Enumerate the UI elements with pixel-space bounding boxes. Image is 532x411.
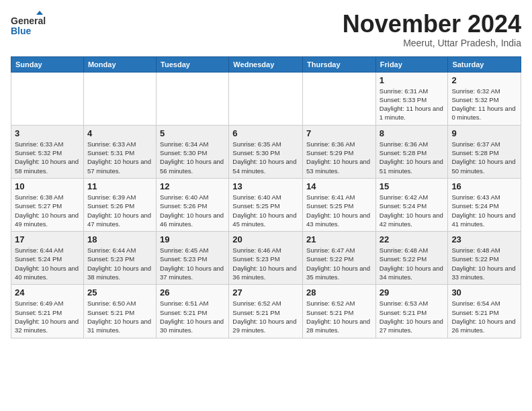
day-cell: 14Sunrise: 6:41 AM Sunset: 5:25 PM Dayli… [303, 178, 376, 231]
day-info: Sunrise: 6:53 AM Sunset: 5:21 PM Dayligh… [380, 299, 445, 334]
day-number: 26 [160, 287, 225, 298]
logo: General Blue [11, 11, 46, 40]
day-cell: 27Sunrise: 6:52 AM Sunset: 5:21 PM Dayli… [229, 285, 303, 338]
page: General Blue November 2024 Meerut, Uttar… [0, 0, 532, 349]
day-info: Sunrise: 6:54 AM Sunset: 5:21 PM Dayligh… [451, 299, 517, 334]
day-info: Sunrise: 6:36 AM Sunset: 5:29 PM Dayligh… [306, 140, 372, 175]
col-header-wednesday: Wednesday [229, 56, 303, 72]
day-info: Sunrise: 6:42 AM Sunset: 5:24 PM Dayligh… [380, 193, 445, 228]
day-info: Sunrise: 6:49 AM Sunset: 5:21 PM Dayligh… [15, 299, 80, 334]
day-number: 17 [15, 234, 80, 244]
calendar-header: SundayMondayTuesdayWednesdayThursdayFrid… [11, 56, 521, 72]
svg-text:Blue: Blue [11, 26, 32, 36]
day-number: 30 [451, 287, 517, 298]
day-cell: 4Sunrise: 6:33 AM Sunset: 5:31 PM Daylig… [83, 125, 156, 178]
day-info: Sunrise: 6:33 AM Sunset: 5:32 PM Dayligh… [15, 140, 80, 175]
subtitle: Meerut, Uttar Pradesh, India [343, 38, 521, 48]
day-number: 4 [87, 128, 152, 138]
day-cell: 25Sunrise: 6:50 AM Sunset: 5:21 PM Dayli… [83, 285, 156, 338]
day-number: 11 [87, 181, 152, 191]
day-cell: 13Sunrise: 6:40 AM Sunset: 5:25 PM Dayli… [229, 178, 303, 231]
title-block: November 2024 Meerut, Uttar Pradesh, Ind… [343, 11, 521, 48]
day-cell: 6Sunrise: 6:35 AM Sunset: 5:30 PM Daylig… [229, 125, 303, 178]
day-info: Sunrise: 6:39 AM Sunset: 5:26 PM Dayligh… [87, 193, 152, 228]
day-number: 14 [306, 181, 372, 191]
day-cell: 10Sunrise: 6:38 AM Sunset: 5:27 PM Dayli… [11, 178, 84, 231]
header-row: SundayMondayTuesdayWednesdayThursdayFrid… [11, 56, 521, 72]
day-number: 9 [451, 128, 517, 138]
day-cell [11, 72, 84, 125]
day-cell: 24Sunrise: 6:49 AM Sunset: 5:21 PM Dayli… [11, 285, 84, 338]
day-info: Sunrise: 6:38 AM Sunset: 5:27 PM Dayligh… [15, 193, 80, 228]
day-cell: 28Sunrise: 6:52 AM Sunset: 5:21 PM Dayli… [303, 285, 376, 338]
day-cell: 9Sunrise: 6:37 AM Sunset: 5:28 PM Daylig… [448, 125, 521, 178]
week-row-4: 24Sunrise: 6:49 AM Sunset: 5:21 PM Dayli… [11, 285, 521, 338]
day-cell [229, 72, 303, 125]
day-cell: 2Sunrise: 6:32 AM Sunset: 5:32 PM Daylig… [448, 72, 521, 125]
week-row-3: 17Sunrise: 6:44 AM Sunset: 5:24 PM Dayli… [11, 232, 521, 285]
day-cell: 29Sunrise: 6:53 AM Sunset: 5:21 PM Dayli… [375, 285, 448, 338]
day-info: Sunrise: 6:43 AM Sunset: 5:24 PM Dayligh… [451, 193, 517, 228]
day-cell: 22Sunrise: 6:48 AM Sunset: 5:22 PM Dayli… [375, 232, 448, 285]
day-cell: 23Sunrise: 6:48 AM Sunset: 5:22 PM Dayli… [448, 232, 521, 285]
col-header-sunday: Sunday [11, 56, 84, 72]
day-number: 2 [451, 75, 517, 85]
day-info: Sunrise: 6:33 AM Sunset: 5:31 PM Dayligh… [87, 140, 152, 175]
day-info: Sunrise: 6:44 AM Sunset: 5:23 PM Dayligh… [87, 246, 152, 281]
day-number: 5 [160, 128, 225, 138]
day-cell: 30Sunrise: 6:54 AM Sunset: 5:21 PM Dayli… [448, 285, 521, 338]
day-cell: 11Sunrise: 6:39 AM Sunset: 5:26 PM Dayli… [83, 178, 156, 231]
col-header-friday: Friday [375, 56, 448, 72]
day-info: Sunrise: 6:47 AM Sunset: 5:22 PM Dayligh… [306, 246, 372, 281]
month-title: November 2024 [343, 11, 521, 38]
day-info: Sunrise: 6:52 AM Sunset: 5:21 PM Dayligh… [232, 299, 299, 334]
col-header-saturday: Saturday [448, 56, 521, 72]
day-number: 7 [306, 128, 372, 138]
day-cell: 8Sunrise: 6:36 AM Sunset: 5:28 PM Daylig… [375, 125, 448, 178]
header: General Blue November 2024 Meerut, Uttar… [11, 11, 521, 48]
day-number: 22 [380, 234, 445, 244]
day-number: 20 [232, 234, 299, 244]
day-cell: 17Sunrise: 6:44 AM Sunset: 5:24 PM Dayli… [11, 232, 84, 285]
day-cell: 15Sunrise: 6:42 AM Sunset: 5:24 PM Dayli… [375, 178, 448, 231]
day-info: Sunrise: 6:40 AM Sunset: 5:26 PM Dayligh… [160, 193, 225, 228]
day-cell: 7Sunrise: 6:36 AM Sunset: 5:29 PM Daylig… [303, 125, 376, 178]
day-number: 13 [232, 181, 299, 191]
col-header-monday: Monday [83, 56, 156, 72]
day-cell: 21Sunrise: 6:47 AM Sunset: 5:22 PM Dayli… [303, 232, 376, 285]
week-row-0: 1Sunrise: 6:31 AM Sunset: 5:33 PM Daylig… [11, 72, 521, 125]
calendar-table: SundayMondayTuesdayWednesdayThursdayFrid… [11, 56, 521, 338]
day-number: 24 [15, 287, 80, 298]
col-header-tuesday: Tuesday [157, 56, 229, 72]
day-info: Sunrise: 6:45 AM Sunset: 5:23 PM Dayligh… [160, 246, 225, 281]
day-cell [157, 72, 229, 125]
day-number: 6 [232, 128, 299, 138]
day-cell: 18Sunrise: 6:44 AM Sunset: 5:23 PM Dayli… [83, 232, 156, 285]
day-info: Sunrise: 6:48 AM Sunset: 5:22 PM Dayligh… [451, 246, 517, 281]
day-cell: 3Sunrise: 6:33 AM Sunset: 5:32 PM Daylig… [11, 125, 84, 178]
day-number: 16 [451, 181, 517, 191]
week-row-2: 10Sunrise: 6:38 AM Sunset: 5:27 PM Dayli… [11, 178, 521, 231]
day-info: Sunrise: 6:35 AM Sunset: 5:30 PM Dayligh… [232, 140, 299, 175]
day-number: 8 [380, 128, 445, 138]
day-info: Sunrise: 6:44 AM Sunset: 5:24 PM Dayligh… [15, 246, 80, 281]
day-info: Sunrise: 6:51 AM Sunset: 5:21 PM Dayligh… [160, 299, 225, 334]
svg-marker-2 [36, 11, 43, 15]
day-info: Sunrise: 6:50 AM Sunset: 5:21 PM Dayligh… [87, 299, 152, 334]
day-number: 19 [160, 234, 225, 244]
day-number: 3 [15, 128, 80, 138]
col-header-thursday: Thursday [303, 56, 376, 72]
day-number: 23 [451, 234, 517, 244]
day-cell [303, 72, 376, 125]
week-row-1: 3Sunrise: 6:33 AM Sunset: 5:32 PM Daylig… [11, 125, 521, 178]
day-cell: 20Sunrise: 6:46 AM Sunset: 5:23 PM Dayli… [229, 232, 303, 285]
day-number: 28 [306, 287, 372, 298]
svg-text:General: General [11, 15, 46, 26]
day-cell: 26Sunrise: 6:51 AM Sunset: 5:21 PM Dayli… [157, 285, 229, 338]
day-number: 18 [87, 234, 152, 244]
day-info: Sunrise: 6:48 AM Sunset: 5:22 PM Dayligh… [380, 246, 445, 281]
day-info: Sunrise: 6:34 AM Sunset: 5:30 PM Dayligh… [160, 140, 225, 175]
day-info: Sunrise: 6:40 AM Sunset: 5:25 PM Dayligh… [232, 193, 299, 228]
day-info: Sunrise: 6:31 AM Sunset: 5:33 PM Dayligh… [380, 87, 445, 122]
day-cell: 19Sunrise: 6:45 AM Sunset: 5:23 PM Dayli… [157, 232, 229, 285]
